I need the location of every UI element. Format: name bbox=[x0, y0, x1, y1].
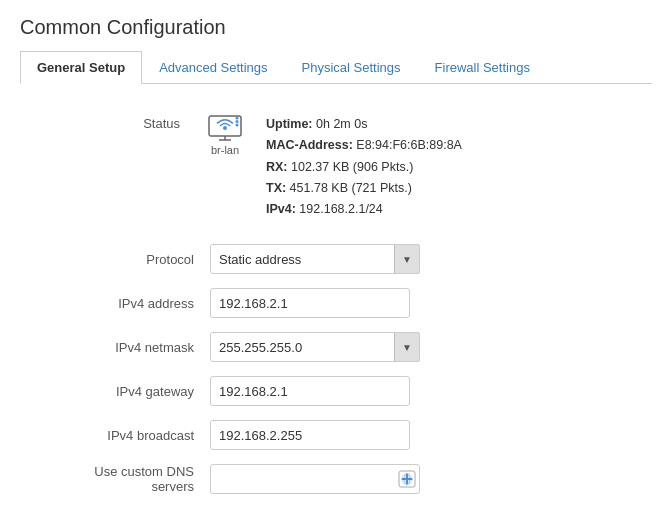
svg-point-3 bbox=[223, 126, 227, 130]
status-mac: MAC-Address: E8:94:F6:6B:89:8A bbox=[266, 135, 462, 156]
interface-name: br-lan bbox=[211, 144, 239, 156]
protocol-row: Protocol Static address DHCP client PPPo… bbox=[20, 244, 652, 274]
ipv4-address-label: IPv4 address bbox=[80, 296, 210, 311]
protocol-select[interactable]: Static address DHCP client PPPoE Static … bbox=[210, 244, 420, 274]
status-tx: TX: 451.78 KB (721 Pkts.) bbox=[266, 178, 462, 199]
ipv4-netmask-row: IPv4 netmask 255.255.255.0 255.255.0.0 2… bbox=[20, 332, 652, 362]
ipv4-gateway-input[interactable] bbox=[210, 376, 410, 406]
ipv4-netmask-select[interactable]: 255.255.255.0 255.255.0.0 255.0.0.0 bbox=[210, 332, 420, 362]
custom-dns-label: Use custom DNS servers bbox=[80, 464, 210, 494]
page-container: Common Configuration General Setup Advan… bbox=[0, 0, 672, 515]
tabs-bar: General Setup Advanced Settings Physical… bbox=[20, 51, 652, 84]
network-icon bbox=[207, 114, 243, 142]
svg-point-6 bbox=[236, 124, 239, 127]
status-details: Uptime: 0h 2m 0s MAC-Address: E8:94:F6:6… bbox=[266, 114, 462, 220]
ipv4-gateway-row: IPv4 gateway bbox=[20, 376, 652, 406]
ipv4-broadcast-input[interactable] bbox=[210, 420, 410, 450]
tab-firewall-settings[interactable]: Firewall Settings bbox=[418, 51, 547, 83]
dns-input-wrapper bbox=[210, 464, 420, 494]
dns-add-icon bbox=[398, 470, 416, 488]
status-rx: RX: 102.37 KB (906 Pkts.) bbox=[266, 157, 462, 178]
status-uptime: Uptime: 0h 2m 0s bbox=[266, 114, 462, 135]
ipv4-netmask-select-wrapper: 255.255.255.0 255.255.0.0 255.0.0.0 ▼ bbox=[210, 332, 420, 362]
ipv4-broadcast-label: IPv4 broadcast bbox=[80, 428, 210, 443]
custom-dns-row: Use custom DNS servers bbox=[20, 464, 652, 494]
status-ipv4: IPv4: 192.168.2.1/24 bbox=[266, 199, 462, 220]
protocol-select-wrapper: Static address DHCP client PPPoE Static … bbox=[210, 244, 420, 274]
tab-general-setup[interactable]: General Setup bbox=[20, 51, 142, 84]
ipv4-address-row: IPv4 address bbox=[20, 288, 652, 318]
protocol-label: Protocol bbox=[80, 252, 210, 267]
svg-point-5 bbox=[236, 120, 239, 123]
ipv4-broadcast-row: IPv4 broadcast bbox=[20, 420, 652, 450]
ipv4-gateway-label: IPv4 gateway bbox=[80, 384, 210, 399]
form-section: Status br-lan bbox=[20, 104, 652, 515]
status-icon-block: br-lan bbox=[200, 114, 250, 156]
ipv4-netmask-label: IPv4 netmask bbox=[80, 340, 210, 355]
status-label: Status bbox=[80, 114, 200, 135]
ipv4-address-input[interactable] bbox=[210, 288, 410, 318]
tab-advanced-settings[interactable]: Advanced Settings bbox=[142, 51, 284, 83]
custom-dns-input[interactable] bbox=[210, 464, 420, 494]
svg-point-4 bbox=[236, 117, 239, 120]
status-row: Status br-lan bbox=[20, 114, 652, 220]
tab-physical-settings[interactable]: Physical Settings bbox=[285, 51, 418, 83]
dns-add-button[interactable] bbox=[394, 464, 420, 494]
page-title: Common Configuration bbox=[20, 16, 652, 39]
